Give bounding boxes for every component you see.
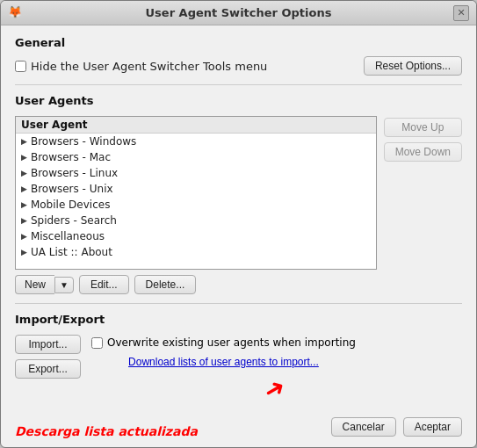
agents-list: User Agent ▶Browsers - Windows ▶Browsers… bbox=[16, 117, 376, 260]
list-item[interactable]: ▶Mobile Devices bbox=[16, 197, 376, 213]
app-icon: 🦊 bbox=[8, 5, 24, 21]
move-up-button[interactable]: Move Up bbox=[384, 118, 462, 137]
import-export-section: Import/Export Import... Export... Overwr… bbox=[15, 313, 462, 379]
general-section: General Hide the User Agent Switcher Too… bbox=[15, 36, 462, 76]
bottom-bar: Descarga lista actualizada ➜ Cancelar Ac… bbox=[1, 410, 476, 447]
main-window: 🦊 User Agent Switcher Options ✕ General … bbox=[0, 0, 477, 448]
new-button-group: New ▼ bbox=[15, 275, 74, 294]
list-item[interactable]: ▶Miscellaneous bbox=[16, 228, 376, 244]
agents-list-container[interactable]: User Agent ▶Browsers - Windows ▶Browsers… bbox=[15, 116, 377, 270]
import-export-title: Import/Export bbox=[15, 313, 462, 326]
separator-1 bbox=[15, 84, 462, 85]
close-button[interactable]: ✕ bbox=[453, 5, 469, 21]
accept-button[interactable]: Aceptar bbox=[403, 417, 462, 437]
ie-buttons: Import... Export... bbox=[15, 335, 81, 379]
reset-options-button[interactable]: Reset Options... bbox=[364, 56, 462, 76]
agents-bottom-buttons: New ▼ Edit... Delete... bbox=[15, 275, 462, 294]
list-item[interactable]: ▶Browsers - Windows bbox=[16, 134, 376, 149]
overwrite-checkbox[interactable] bbox=[91, 337, 103, 349]
list-item[interactable]: ▶Browsers - Mac bbox=[16, 149, 376, 165]
separator-2 bbox=[15, 303, 462, 304]
hide-tools-label[interactable]: Hide the User Agent Switcher Tools menu bbox=[15, 60, 267, 73]
new-dropdown-arrow[interactable]: ▼ bbox=[54, 277, 74, 293]
hide-tools-checkbox[interactable] bbox=[15, 61, 26, 72]
overwrite-label[interactable]: Overwrite existing user agents when impo… bbox=[91, 336, 356, 349]
titlebar: 🦊 User Agent Switcher Options ✕ bbox=[1, 1, 476, 25]
cancel-button[interactable]: Cancelar bbox=[331, 417, 396, 437]
agents-body: User Agent ▶Browsers - Windows ▶Browsers… bbox=[15, 116, 462, 270]
general-title: General bbox=[15, 36, 462, 49]
general-row: Hide the User Agent Switcher Tools menu … bbox=[15, 56, 462, 76]
download-link[interactable]: Download lists of user agents to import.… bbox=[91, 356, 356, 368]
import-export-body: Import... Export... Overwrite existing u… bbox=[15, 335, 462, 379]
list-header: User Agent bbox=[16, 117, 376, 134]
list-item[interactable]: ▶Browsers - Linux bbox=[16, 165, 376, 181]
list-item[interactable]: ▶UA List :: About bbox=[16, 244, 376, 260]
user-agents-section: User Agents User Agent ▶Browsers - Windo… bbox=[15, 94, 462, 294]
export-button[interactable]: Export... bbox=[15, 359, 81, 379]
agents-buttons: Move Up Move Down bbox=[384, 116, 462, 270]
move-down-button[interactable]: Move Down bbox=[384, 142, 462, 162]
edit-button[interactable]: Edit... bbox=[79, 275, 129, 294]
list-item[interactable]: ▶Browsers - Unix bbox=[16, 181, 376, 197]
descarga-text: Descarga lista actualizada bbox=[15, 424, 198, 438]
delete-button[interactable]: Delete... bbox=[134, 275, 197, 294]
list-item[interactable]: ▶Spiders - Search bbox=[16, 213, 376, 228]
new-button[interactable]: New bbox=[15, 275, 54, 294]
ie-right: Overwrite existing user agents when impo… bbox=[91, 335, 356, 368]
window-title: User Agent Switcher Options bbox=[24, 6, 453, 19]
user-agents-title: User Agents bbox=[15, 94, 462, 107]
import-button[interactable]: Import... bbox=[15, 335, 81, 354]
